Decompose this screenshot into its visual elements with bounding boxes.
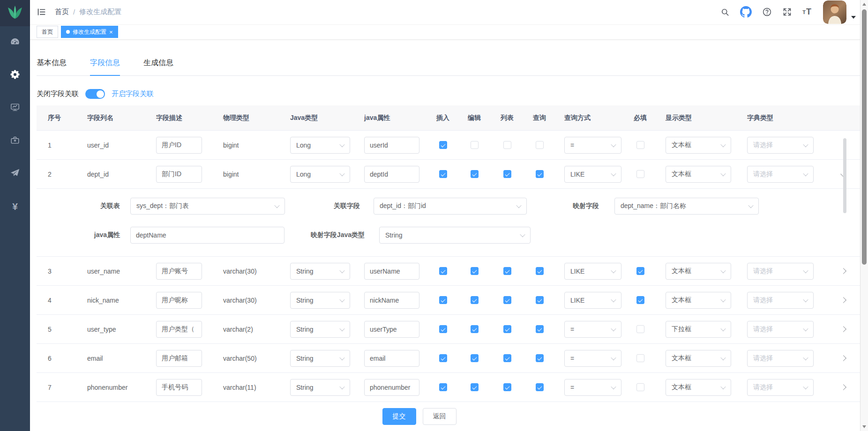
app-logo[interactable] — [0, 0, 30, 26]
list-checkbox[interactable] — [503, 267, 511, 275]
sidebar-item-dashboard[interactable] — [0, 26, 30, 59]
list-checkbox[interactable] — [503, 325, 511, 333]
edit-checkbox[interactable] — [471, 325, 479, 333]
github-icon[interactable] — [740, 6, 752, 18]
query-checkbox[interactable] — [536, 296, 544, 304]
java-property-input[interactable] — [364, 137, 419, 154]
map-field-select[interactable]: dept_name：部门名称 — [614, 198, 759, 215]
required-checkbox[interactable] — [636, 170, 644, 178]
sidebar-item-send[interactable] — [0, 157, 30, 190]
insert-checkbox[interactable] — [439, 141, 447, 149]
query-mode-select[interactable]: = — [564, 379, 621, 396]
java-type-select[interactable]: String — [290, 350, 350, 367]
expand-row-icon[interactable] — [840, 326, 846, 332]
edit-checkbox[interactable] — [471, 383, 479, 391]
query-checkbox[interactable] — [536, 170, 544, 178]
relation-field-select[interactable]: dept_id：部门id — [374, 198, 527, 215]
expand-row-icon[interactable] — [840, 297, 846, 303]
required-checkbox[interactable] — [636, 354, 644, 362]
scroll-down-arrow-icon[interactable] — [862, 425, 866, 428]
java-property-input[interactable] — [364, 379, 419, 396]
user-avatar[interactable] — [823, 0, 846, 24]
collapse-sidebar-icon[interactable] — [37, 7, 46, 17]
tab-field-info[interactable]: 字段信息 — [90, 52, 120, 76]
search-icon[interactable] — [720, 7, 730, 17]
java-type-select[interactable]: String — [290, 292, 350, 309]
query-checkbox[interactable] — [536, 383, 544, 391]
description-input[interactable] — [156, 166, 202, 183]
field-association-switch[interactable] — [85, 89, 105, 99]
edit-checkbox[interactable] — [471, 354, 479, 362]
insert-checkbox[interactable] — [439, 170, 447, 178]
expand-row-icon[interactable] — [840, 268, 846, 274]
expand-row-icon[interactable] — [840, 384, 846, 390]
dict-type-select[interactable]: 请选择 — [747, 379, 814, 396]
query-checkbox[interactable] — [536, 267, 544, 275]
display-type-select[interactable]: 文本框 — [666, 292, 731, 309]
sidebar-item-finance[interactable]: ¥ — [0, 190, 30, 223]
sidebar-item-system-tools[interactable] — [0, 59, 30, 92]
tag-current-page[interactable]: 修改生成配置 × — [61, 26, 118, 38]
java-property-input[interactable] — [364, 321, 419, 338]
sidebar-item-toolbox[interactable] — [0, 125, 30, 157]
required-checkbox[interactable] — [636, 296, 644, 304]
display-type-select[interactable]: 文本框 — [666, 379, 731, 396]
description-input[interactable] — [156, 263, 202, 280]
tab-generate-info[interactable]: 生成信息 — [143, 52, 173, 75]
tag-home[interactable]: 首页 — [37, 26, 58, 38]
map-java-type-select[interactable]: String — [379, 227, 531, 244]
page-scrollbar-thumb[interactable] — [862, 9, 867, 265]
close-tag-icon[interactable]: × — [109, 29, 113, 35]
required-checkbox[interactable] — [636, 383, 644, 391]
query-checkbox[interactable] — [536, 325, 544, 333]
dict-type-select[interactable]: 请选择 — [747, 292, 814, 309]
font-size-icon[interactable]: TT — [802, 7, 812, 17]
java-type-select[interactable]: String — [290, 263, 350, 280]
page-scrollbar[interactable] — [860, 0, 868, 431]
tab-basic-info[interactable]: 基本信息 — [37, 52, 67, 75]
query-checkbox[interactable] — [536, 354, 544, 362]
java-property-input[interactable] — [364, 350, 419, 367]
query-mode-select[interactable]: = — [564, 350, 621, 367]
expand-row-icon[interactable] — [840, 355, 846, 361]
edit-checkbox[interactable] — [471, 141, 479, 149]
java-type-select[interactable]: String — [290, 321, 350, 338]
dict-type-select[interactable]: 请选择 — [747, 166, 814, 183]
dict-type-select[interactable]: 请选择 — [747, 137, 814, 154]
breadcrumb-home[interactable]: 首页 — [55, 7, 69, 16]
query-checkbox[interactable] — [536, 141, 544, 149]
query-mode-select[interactable]: = — [564, 321, 621, 338]
insert-checkbox[interactable] — [439, 325, 447, 333]
list-checkbox[interactable] — [503, 354, 511, 362]
edit-checkbox[interactable] — [471, 170, 479, 178]
required-checkbox[interactable] — [636, 325, 644, 333]
dict-type-select[interactable]: 请选择 — [747, 350, 814, 367]
edit-checkbox[interactable] — [471, 267, 479, 275]
required-checkbox[interactable] — [636, 141, 644, 149]
insert-checkbox[interactable] — [439, 296, 447, 304]
scroll-up-arrow-icon[interactable] — [862, 3, 866, 6]
help-icon[interactable] — [762, 7, 772, 17]
display-type-select[interactable]: 文本框 — [666, 263, 731, 280]
query-mode-select[interactable]: LIKE — [564, 166, 621, 183]
required-checkbox[interactable] — [636, 267, 644, 275]
display-type-select[interactable]: 文本框 — [666, 350, 731, 367]
relation-table-select[interactable]: sys_dept：部门表 — [130, 198, 285, 215]
insert-checkbox[interactable] — [439, 383, 447, 391]
description-input[interactable] — [156, 137, 202, 154]
insert-checkbox[interactable] — [439, 267, 447, 275]
query-mode-select[interactable]: LIKE — [564, 263, 621, 280]
list-checkbox[interactable] — [503, 141, 511, 149]
query-mode-select[interactable]: LIKE — [564, 292, 621, 309]
query-mode-select[interactable]: = — [564, 137, 621, 154]
description-input[interactable] — [156, 379, 202, 396]
edit-checkbox[interactable] — [471, 296, 479, 304]
java-property-input[interactable] — [364, 292, 419, 309]
java-property-input[interactable] — [364, 263, 419, 280]
java-property-input[interactable] — [130, 227, 284, 244]
java-type-select[interactable]: Long — [290, 137, 350, 154]
dict-type-select[interactable]: 请选择 — [747, 321, 814, 338]
table-scrollbar[interactable] — [843, 138, 846, 213]
insert-checkbox[interactable] — [439, 354, 447, 362]
dict-type-select[interactable]: 请选择 — [747, 263, 814, 280]
